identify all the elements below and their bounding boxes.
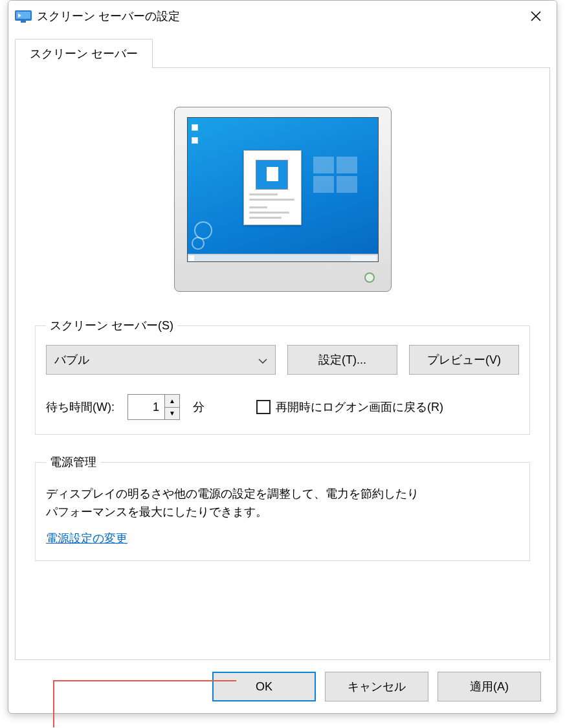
- resume-logon-label: 再開時にログオン画面に戻る(R): [276, 399, 443, 415]
- tab-strip: スクリーン セーバー: [15, 38, 550, 67]
- screensaver-group-legend: スクリーン セーバー(S): [46, 318, 177, 333]
- screensaver-row: バブル 設定(T)... プレビュー(V): [46, 345, 519, 375]
- titlebar: スクリーン セーバーの設定: [8, 1, 557, 32]
- close-icon: [531, 11, 541, 21]
- preview-button[interactable]: プレビュー(V): [409, 345, 519, 375]
- window-title: スクリーン セーバーの設定: [37, 8, 518, 24]
- wait-decrement-button[interactable]: ▼: [165, 408, 179, 420]
- power-settings-link[interactable]: 電源設定の変更: [46, 532, 127, 545]
- ok-button[interactable]: OK: [212, 672, 316, 701]
- wait-label: 待ち時間(W):: [46, 399, 115, 415]
- resume-logon-checkbox[interactable]: 再開時にログオン画面に戻る(R): [256, 399, 443, 415]
- settings-button[interactable]: 設定(T)...: [287, 345, 397, 375]
- checkbox-box-icon: [256, 400, 271, 414]
- tab-screensaver[interactable]: スクリーン セーバー: [15, 39, 153, 68]
- app-icon: [15, 9, 32, 23]
- dialog-footer: OK キャンセル 適用(A): [15, 660, 550, 713]
- chevron-down-icon: [258, 353, 267, 367]
- screensaver-select[interactable]: バブル: [46, 345, 276, 375]
- wait-input[interactable]: [128, 395, 164, 419]
- wait-unit: 分: [193, 399, 205, 415]
- tab-content: スクリーン セーバー(S) バブル 設定(T)... プレビュー(V) 待ち時間…: [15, 67, 550, 660]
- cancel-button[interactable]: キャンセル: [325, 672, 428, 701]
- power-description: ディスプレイの明るさや他の電源の設定を調整して、電力を節約したり パフォーマンス…: [46, 485, 519, 522]
- wait-increment-button[interactable]: ▲: [165, 395, 179, 408]
- client-area: スクリーン セーバー: [8, 32, 557, 713]
- power-group: 電源管理 ディスプレイの明るさや他の電源の設定を調整して、電力を節約したり パフ…: [35, 454, 530, 561]
- apply-button[interactable]: 適用(A): [438, 672, 541, 701]
- preview-area: [35, 87, 530, 298]
- wait-spinner[interactable]: ▲ ▼: [127, 394, 180, 420]
- power-group-legend: 電源管理: [46, 454, 100, 470]
- wait-row: 待ち時間(W): ▲ ▼ 分 再開時にログオン画面に戻る(R): [46, 394, 519, 420]
- screensaver-group: スクリーン セーバー(S) バブル 設定(T)... プレビュー(V) 待ち時間…: [35, 318, 530, 435]
- screensaver-select-value: バブル: [54, 352, 89, 368]
- preview-monitor-icon: [174, 107, 392, 292]
- close-button[interactable]: [518, 3, 554, 29]
- svg-rect-2: [21, 21, 26, 23]
- screensaver-settings-window: スクリーン セーバーの設定 スクリーン セーバー: [8, 0, 557, 714]
